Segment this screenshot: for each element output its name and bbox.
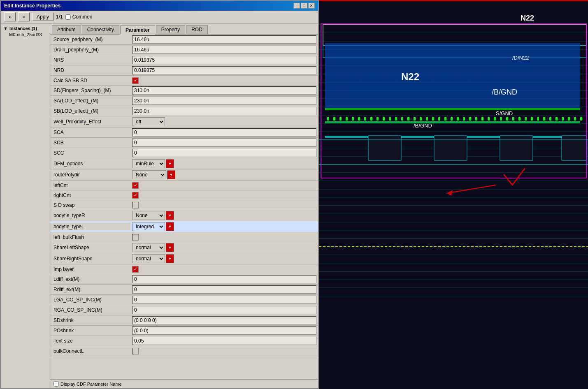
share-right-shape-select[interactable]: normal none [132,254,165,263]
prop-value-ldiff-ext[interactable] [130,274,318,284]
sdshrink-input[interactable] [132,316,316,324]
collapse-icon: ▼ [3,26,8,31]
bodytie-typel-dropdown-btn[interactable]: ▼ [166,222,174,231]
svg-rect-92 [368,136,401,160]
svg-rect-66 [457,117,459,120]
prop-label-route-polydir: routePolydir [50,171,130,178]
dfm-options-select[interactable]: minRule none [132,159,165,168]
prop-value-rga-co-sp-inc[interactable] [130,305,318,315]
rdiff-ext-input[interactable] [132,285,316,294]
prop-value-bulk-connectL[interactable] [130,347,318,355]
prop-value-dfm-options[interactable]: minRule none ▼ [130,158,318,169]
imp-layer-checkbox[interactable]: ✓ [132,266,139,273]
prop-value-route-polydir[interactable]: None horizontal vertical ▼ [130,169,318,180]
prop-value-imp-layer[interactable]: ✓ [130,265,318,273]
svg-rect-62 [432,117,434,120]
prop-value-well-proximity[interactable]: off on [130,116,318,127]
prop-value-poshrink[interactable] [130,326,318,336]
poshrink-input[interactable] [132,326,316,335]
prop-value-nrs[interactable] [130,55,318,65]
route-polydir-select[interactable]: None horizontal vertical [132,170,166,179]
minimize-button[interactable]: ─ [293,3,300,9]
next-button[interactable]: > [18,12,30,21]
instances-header[interactable]: ▼ Instances (1) [2,25,48,32]
route-polydir-dropdown-btn[interactable]: ▼ [167,170,175,179]
prop-value-scc[interactable] [130,148,318,158]
schematic-view[interactable]: N22 ◇◇◇◇◇◇◇◇◇◇◇◇◇◇◇◇◇◇◇◇◇◇◇◇◇◇◇◇◇◇◇◇ ◇◇◇… [319,0,588,389]
display-cdf-checkbox[interactable] [53,381,59,387]
sd-swap-checkbox[interactable] [132,202,139,208]
sa-lod-input[interactable] [132,97,316,105]
prop-value-sdshrink[interactable] [130,315,318,325]
bodytie-typer-select[interactable]: None Integred separate [132,211,165,220]
prop-value-bodytie-typel[interactable]: None Integred separate ▼ [130,221,318,232]
prop-value-sb-lod[interactable] [130,106,318,116]
rga-co-sp-inc-input[interactable] [132,306,316,314]
sd-fingers-spacing-input[interactable] [132,86,316,95]
bodytie-typel-select-wrapper: None Integred separate ▼ [132,222,316,231]
close-button[interactable]: ✕ [308,3,315,9]
lga-co-sp-inc-input[interactable] [132,296,316,304]
svg-rect-1 [319,0,588,1]
title-bar: Edit Instance Properties ─ □ ✕ [1,1,318,11]
prop-value-share-right-shape[interactable]: normal none ▼ [130,253,318,264]
prop-value-source-periphery[interactable] [130,35,318,44]
prop-value-sca[interactable] [130,127,318,137]
share-left-shape-select[interactable]: normal none [132,243,165,252]
tab-connectivity[interactable]: Connectivity [82,25,119,34]
prop-label-rga-co-sp-inc: RGA_CO_SP_INC(M) [50,306,130,314]
prev-button[interactable]: < [4,12,16,21]
text-size-input[interactable] [132,337,316,345]
drain-periphery-input[interactable] [132,46,316,54]
sb-lod-input[interactable] [132,107,316,115]
prop-value-text-size[interactable] [130,336,318,346]
prop-value-leftcnt[interactable]: ✓ [130,181,318,190]
calc-sa-sb-sd-checkbox[interactable]: ✓ [132,77,139,84]
prop-value-share-left-shape[interactable]: normal none ▼ [130,242,318,253]
prop-value-sa-lod[interactable] [130,96,318,106]
left-bulkflush-checkbox[interactable] [132,234,139,241]
leftcnt-checkbox[interactable]: ✓ [132,182,139,189]
tab-rod[interactable]: ROD [186,25,208,34]
prop-value-left-bulkflush[interactable] [130,233,318,241]
share-right-shape-dropdown-btn[interactable]: ▼ [166,254,174,263]
prop-value-drain-periphery[interactable] [130,45,318,55]
prop-label-share-left-shape: ShareLeftShape [50,244,130,251]
dfm-options-dropdown-btn[interactable]: ▼ [166,159,174,168]
prop-value-sd-fingers-spacing[interactable] [130,86,318,95]
share-left-shape-dropdown-btn[interactable]: ▼ [166,243,174,252]
prop-value-calc-sa-sb-sd[interactable]: ✓ [130,76,318,85]
prop-value-sd-swap[interactable] [130,201,318,209]
svg-rect-67 [463,117,465,120]
scb-input[interactable] [132,139,316,147]
instance-item[interactable]: M0-nch_25od33 [2,32,48,37]
bulk-connectL-checkbox[interactable] [132,348,139,354]
prop-label-left-bulkflush: left_bulkFlush [50,234,130,241]
nrd-input[interactable] [132,66,316,74]
common-checkbox[interactable] [65,14,71,20]
tab-attribute[interactable]: Attribute [52,25,81,34]
table-row: POshrink [50,326,318,336]
properties-panel: Attribute Connectivity Parameter Propert… [50,23,318,388]
sca-input[interactable] [132,128,316,137]
prop-value-nrd[interactable] [130,65,318,75]
prop-value-rightcnt[interactable]: ✓ [130,191,318,199]
apply-button[interactable]: Apply [32,13,53,21]
prop-value-lga-co-sp-inc[interactable] [130,295,318,305]
scc-input[interactable] [132,149,316,157]
prop-label-source-periphery: Source_periphery_(M) [50,36,130,43]
maximize-button[interactable]: □ [301,3,307,9]
bodytie-typer-dropdown-btn[interactable]: ▼ [166,211,174,220]
prop-value-rdiff-ext[interactable] [130,285,318,294]
tab-parameter[interactable]: Parameter [120,25,155,35]
well-proximity-select[interactable]: off on [132,117,165,126]
prop-value-bodytie-typer[interactable]: None Integred separate ▼ [130,210,318,221]
prop-label-ldiff-ext: Ldiff_ext(M) [50,276,130,283]
prop-value-scb[interactable] [130,138,318,148]
bodytie-typel-select[interactable]: None Integred separate [132,222,165,231]
rightcnt-checkbox[interactable]: ✓ [132,192,139,199]
source-periphery-input[interactable] [132,35,316,44]
tab-property[interactable]: Property [156,25,185,34]
nrs-input[interactable] [132,56,316,64]
ldiff-ext-input[interactable] [132,275,316,283]
